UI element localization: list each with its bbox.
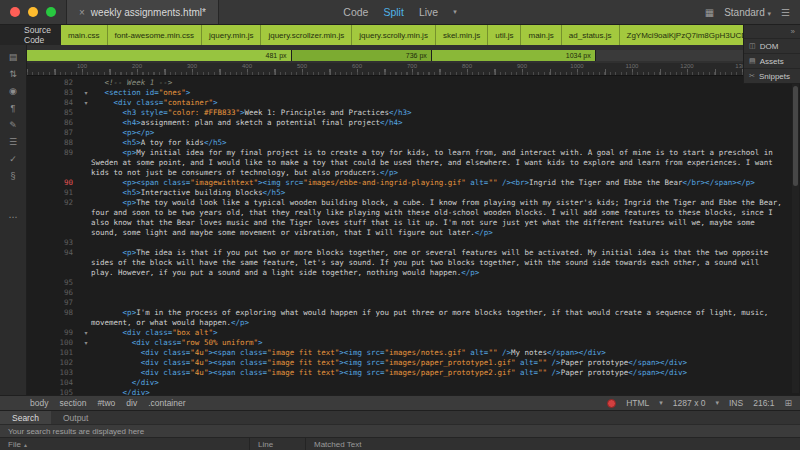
workspace-selector-label: Standard bbox=[724, 7, 765, 18]
collapse-panels-button[interactable]: » bbox=[744, 25, 800, 38]
code-token: ><span class= bbox=[208, 368, 267, 377]
fold-toggle-icon[interactable]: ▾ bbox=[81, 98, 91, 108]
media-query-label: 481 px bbox=[266, 52, 287, 59]
code-token: <!-- Week 1 --> bbox=[91, 78, 172, 87]
live-code-icon[interactable]: ◉ bbox=[9, 87, 17, 96]
code-text[interactable] bbox=[91, 238, 800, 248]
split-view-button[interactable]: Split bbox=[383, 6, 403, 18]
code-text[interactable]: <h4>assignment: plan and sketch a potent… bbox=[91, 118, 800, 128]
file-management-icon[interactable]: ⇅ bbox=[9, 70, 17, 79]
code-text[interactable] bbox=[91, 288, 800, 298]
fold-toggle-icon[interactable]: ▾ bbox=[81, 88, 91, 98]
minimize-window-button[interactable] bbox=[28, 7, 38, 17]
media-query-segment[interactable]: 736 px bbox=[292, 50, 432, 61]
search-column-file[interactable]: File▴ bbox=[0, 438, 250, 450]
word-wrap-icon[interactable]: ¶ bbox=[11, 104, 16, 113]
related-file-tab[interactable]: util.js bbox=[488, 25, 521, 45]
panel-snippets-tab[interactable]: ✂Snippets bbox=[744, 68, 800, 83]
panel-tab-search[interactable]: Search bbox=[0, 411, 51, 424]
code-text[interactable] bbox=[91, 298, 800, 308]
left-toolbar: ▤⇅◉¶✎☰✓§⋯ bbox=[0, 45, 27, 395]
code-text[interactable]: <!-- Week 1 --> bbox=[91, 78, 800, 88]
code-text[interactable]: <h3 style="color: #FFB833">Week 1: Princ… bbox=[91, 108, 800, 118]
doctype-caret-icon[interactable]: ▾ bbox=[659, 399, 663, 407]
close-window-button[interactable] bbox=[10, 7, 20, 17]
coding-list-icon[interactable]: ☰ bbox=[9, 138, 17, 147]
code-token: </p> bbox=[380, 168, 398, 177]
code-text[interactable]: <p>The idea is that if you put two or mo… bbox=[91, 248, 800, 278]
code-token: <p> bbox=[91, 248, 136, 257]
code-token: <h3 style= bbox=[91, 108, 168, 117]
tag-selector[interactable]: .container bbox=[148, 398, 185, 408]
code-token: > bbox=[213, 328, 218, 337]
tag-selector[interactable]: div bbox=[126, 398, 137, 408]
workspace-layout-icon[interactable]: ▦ bbox=[705, 7, 714, 18]
code-text[interactable]: </div> bbox=[91, 378, 800, 388]
panel-assets-tab[interactable]: ▤Assets bbox=[744, 53, 800, 68]
media-query-segment[interactable]: 481 px bbox=[27, 50, 292, 61]
ruler: 1002003004005006007008009001000110012001… bbox=[27, 63, 800, 76]
fold-toggle-icon[interactable]: ▾ bbox=[81, 328, 91, 338]
window-size-selector[interactable]: 1287 x 0 bbox=[673, 398, 706, 408]
code-line: 87 <p></p> bbox=[27, 128, 800, 138]
live-view-button[interactable]: Live bbox=[419, 6, 438, 18]
related-file-tab[interactable]: jquery.min.js bbox=[202, 25, 261, 45]
vertical-scrollbar[interactable] bbox=[792, 78, 799, 393]
workspace-selector[interactable]: Standard ▾ bbox=[724, 7, 771, 18]
edit-source-icon[interactable]: ✎ bbox=[9, 121, 17, 130]
search-column-line[interactable]: Line bbox=[250, 438, 306, 450]
code-view-button[interactable]: Code bbox=[343, 6, 368, 18]
tag-selector[interactable]: section bbox=[59, 398, 86, 408]
media-query-segment[interactable]: 1034 px bbox=[432, 50, 596, 61]
code-text[interactable]: <div class="row 50% uniform"> bbox=[91, 338, 800, 348]
line-number: 101 bbox=[27, 348, 81, 358]
code-text[interactable]: <div class="container"> bbox=[91, 98, 800, 108]
related-file-tab[interactable]: jquery.scrollzer.min.js bbox=[261, 25, 352, 45]
code-text[interactable]: <div class="4u"><span class="image fit t… bbox=[91, 358, 800, 368]
related-file-tab[interactable]: jquery.scrolly.min.js bbox=[352, 25, 436, 45]
format-source-icon[interactable]: § bbox=[10, 172, 15, 181]
panel-tab-output[interactable]: Output bbox=[51, 411, 101, 424]
code-text[interactable]: <p>I'm in the process of exploring what … bbox=[91, 308, 800, 328]
lint-error-indicator-icon[interactable] bbox=[607, 399, 616, 408]
related-file-tab[interactable]: font-awesome.min.css bbox=[108, 25, 203, 45]
related-file-tab[interactable]: main.js bbox=[521, 25, 561, 45]
titlebar-right-controls: ▦ Standard ▾ ☰ bbox=[705, 7, 800, 18]
code-text[interactable]: <p></p> bbox=[91, 128, 800, 138]
zoom-window-button[interactable] bbox=[46, 7, 56, 17]
code-token: "imagewithtext" bbox=[190, 178, 258, 187]
panel-dom-tab[interactable]: ◫DOM bbox=[744, 38, 800, 53]
code-text[interactable]: <h5>Interactive building blocks</h5> bbox=[91, 188, 800, 198]
source-code-button[interactable]: Source Code bbox=[0, 25, 61, 45]
window-size-caret-icon[interactable]: ▾ bbox=[715, 399, 719, 407]
more-tools-icon[interactable]: ⋯ bbox=[9, 213, 18, 222]
related-file-tab[interactable]: skel.min.js bbox=[436, 25, 488, 45]
code-editor[interactable]: 82 <!-- Week 1 -->83▾ <section id="ones"… bbox=[27, 76, 800, 395]
document-tab[interactable]: × weekly assignments.html* bbox=[66, 0, 219, 24]
live-preview-icon[interactable]: ⊞ bbox=[784, 398, 792, 408]
code-text[interactable]: <p><span class="imagewithtext"><img src=… bbox=[91, 178, 800, 188]
close-tab-icon[interactable]: × bbox=[79, 7, 85, 18]
tag-selector[interactable]: body bbox=[30, 398, 48, 408]
search-column-matched-text[interactable]: Matched Text bbox=[306, 438, 800, 450]
code-text[interactable]: </div> bbox=[91, 388, 800, 395]
code-text[interactable]: <section id="ones"> bbox=[91, 88, 800, 98]
live-view-caret-icon[interactable]: ▾ bbox=[453, 8, 457, 16]
code-text[interactable]: <h5>A toy for kids</h5> bbox=[91, 138, 800, 148]
related-file-tab[interactable]: ad_status.js bbox=[562, 25, 620, 45]
validate-markup-icon[interactable]: ✓ bbox=[9, 155, 17, 164]
code-line: 93 bbox=[27, 238, 800, 248]
tag-selector[interactable]: #two bbox=[97, 398, 115, 408]
scrollbar-thumb[interactable] bbox=[793, 86, 798, 186]
open-documents-icon[interactable]: ▤ bbox=[9, 53, 18, 62]
related-file-tab[interactable]: main.css bbox=[61, 25, 108, 45]
code-text[interactable]: <p>The toy would look like a typical woo… bbox=[91, 198, 800, 238]
code-text[interactable]: <div class="box alt"> bbox=[91, 328, 800, 338]
app-menu-icon[interactable]: ☰ bbox=[781, 7, 790, 18]
fold-gutter bbox=[81, 248, 91, 278]
code-text[interactable]: <div class="4u"><span class="image fit t… bbox=[91, 348, 800, 358]
fold-toggle-icon[interactable]: ▾ bbox=[81, 338, 91, 348]
code-text[interactable]: <div class="4u"><span class="image fit t… bbox=[91, 368, 800, 378]
code-text[interactable]: <p>My initial idea for my final project … bbox=[91, 148, 800, 178]
code-text[interactable] bbox=[91, 278, 800, 288]
